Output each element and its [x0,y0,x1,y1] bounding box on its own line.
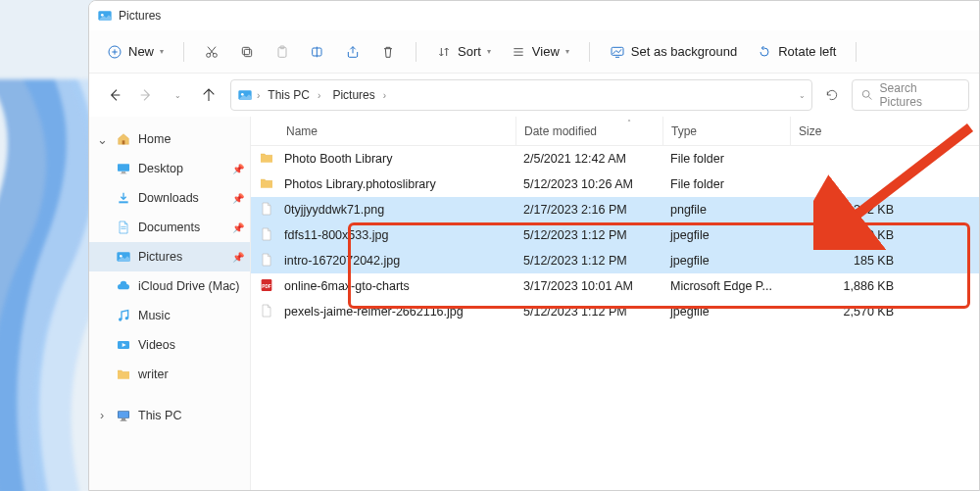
file-explorer-window: Pictures New ▾ Sort ▾ View ▾ Set as back [88,0,980,491]
view-button[interactable]: View ▾ [503,40,577,64]
svg-rect-24 [122,140,125,144]
rename-icon [310,44,325,60]
sidebar-item-label: Music [138,309,171,322]
sidebar-item[interactable]: Pictures📌 [89,242,250,271]
file-date: 5/12/2023 1:12 PM [515,228,662,242]
file-row[interactable]: 0tyjjyyddwk71.png 2/17/2023 2:16 PM pngf… [251,197,979,222]
file-row[interactable]: fdfs11-800x533.jpg 5/12/2023 1:12 PM jpe… [251,222,979,248]
svg-rect-28 [119,201,127,203]
sidebar-item[interactable]: Music [89,301,250,330]
sidebar-item[interactable]: writer [89,360,250,389]
file-size: 185 KB [790,254,917,268]
chevron-down-icon: ▾ [565,47,569,56]
column-size[interactable]: Size [790,117,917,145]
sort-asc-icon: ˄ [627,119,631,127]
svg-rect-27 [121,173,127,174]
file-type: pngfile [662,203,790,217]
search-icon [860,88,874,102]
home-icon [115,130,132,148]
file-row[interactable]: pexels-jaime-reimer-2662116.jpg 5/12/202… [251,299,979,324]
svg-point-33 [119,318,122,320]
file-size: 9,392 KB [790,203,917,217]
chevron-down-icon: ⌄ [174,91,181,100]
sidebar-item-label: Pictures [138,250,182,264]
svg-line-23 [869,97,872,100]
file-row[interactable]: PDFonline-6max-gto-charts 3/17/2023 10:0… [251,273,979,299]
file-name: fdfs11-800x533.jpg [284,228,388,242]
file-date: 2/5/2021 12:42 AM [515,152,662,166]
column-date[interactable]: Date modified [515,117,662,145]
pictures-icon [115,248,132,266]
refresh-button[interactable] [818,81,846,109]
file-date: 5/12/2023 1:12 PM [515,305,662,319]
back-button[interactable] [99,79,130,111]
chevron-down-icon: ▾ [487,47,491,56]
cut-icon [204,44,220,60]
sidebar-item-label: Videos [138,338,175,352]
column-type[interactable]: Type [662,117,790,145]
download-icon [115,189,132,207]
svg-rect-38 [122,418,125,419]
search-input[interactable]: Search Pictures [852,79,969,111]
file-name: Photos Library.photoslibrary [284,177,436,191]
rotate-left-button[interactable]: Rotate left [749,40,844,64]
sidebar-item[interactable]: Downloads📌 [89,183,250,213]
copy-button[interactable] [231,40,263,64]
sidebar-item[interactable]: Videos [89,330,250,360]
file-size: 1,886 KB [790,279,917,293]
window-title: Pictures [119,9,161,23]
chevron-down-icon: ▾ [160,47,164,56]
sidebar-item-label: Documents [138,221,200,234]
sort-button[interactable]: Sort ▾ [428,40,499,64]
folder-icon [259,150,276,168]
pin-icon: 📌 [232,252,244,263]
file-date: 5/12/2023 10:26 AM [515,177,662,191]
file-list: Name˄ Date modified Type Size Photo Boot… [251,117,979,490]
sidebar-item[interactable]: Desktop📌 [89,154,250,183]
sidebar-thispc[interactable]: › This PC [89,401,250,430]
chevron-right-icon: › [95,409,109,422]
new-button[interactable]: New ▾ [99,40,172,64]
file-icon [259,226,276,244]
svg-rect-25 [118,164,129,171]
titlebar: Pictures [89,1,979,30]
sidebar: ⌄ Home Desktop📌Downloads📌Documents📌Pictu… [89,117,251,490]
sidebar-item[interactable]: Documents📌 [89,213,250,242]
rotate-left-icon [757,44,772,60]
arrow-up-icon [201,87,217,103]
file-name: 0tyjjyyddwk71.png [284,203,384,217]
breadcrumb-item[interactable]: Pictures› [328,86,390,104]
file-date: 3/17/2023 10:01 AM [515,279,662,293]
arrow-right-icon [138,87,154,103]
chevron-down-icon[interactable]: ⌄ [799,91,806,100]
pin-icon: 📌 [232,164,244,174]
rename-button[interactable] [302,40,333,64]
pictures-icon [97,8,113,24]
paste-button[interactable] [267,40,298,64]
set-background-button[interactable]: Set as background [602,40,745,64]
sidebar-home[interactable]: ⌄ Home [89,124,250,154]
file-row[interactable]: Photo Booth Library 2/5/2021 12:42 AM Fi… [251,146,979,172]
sort-icon [436,44,452,60]
delete-button[interactable] [372,40,404,64]
sidebar-item[interactable]: iCloud Drive (Mac) [89,271,250,301]
breadcrumb[interactable]: › This PC› Pictures› ⌄ [230,79,812,111]
up-button[interactable] [193,79,224,111]
breadcrumb-item[interactable]: This PC› [264,86,324,104]
file-row[interactable]: intro-1672072042.jpg 5/12/2023 1:12 PM j… [251,248,979,273]
svg-point-32 [120,255,122,258]
sidebar-item-label: Downloads [138,191,199,205]
toolbar: New ▾ Sort ▾ View ▾ Set as background Ro… [89,30,979,74]
cut-button[interactable] [196,40,227,64]
file-row[interactable]: Photos Library.photoslibrary 5/12/2023 1… [251,172,979,197]
share-button[interactable] [337,40,368,64]
file-icon [259,252,276,270]
column-name[interactable]: Name˄ [251,117,515,145]
recent-button[interactable]: ⌄ [162,79,193,111]
svg-point-22 [862,90,869,97]
desktop-icon [610,44,625,60]
file-name: pexels-jaime-reimer-2662116.jpg [284,305,464,319]
file-name: online-6max-gto-charts [284,279,410,293]
view-icon [511,44,526,60]
thispc-icon [115,407,132,424]
